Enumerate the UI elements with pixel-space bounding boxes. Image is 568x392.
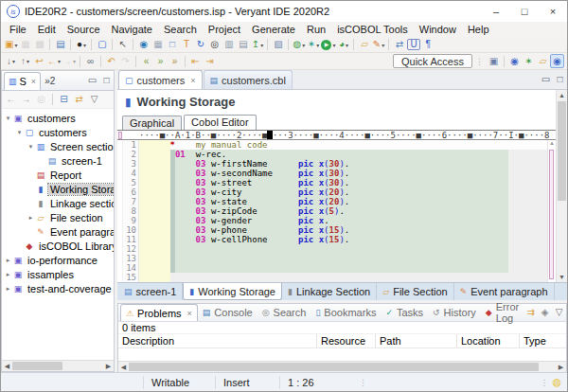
lightbulb-icon[interactable]: ◍ bbox=[552, 376, 567, 388]
panel-tab-tasks[interactable]: ✓Tasks bbox=[381, 304, 428, 321]
column-header-type[interactable]: Type bbox=[520, 334, 566, 347]
panel-tab-history[interactable]: ↺History bbox=[428, 304, 481, 321]
column-header-location[interactable]: Location^ bbox=[457, 334, 520, 347]
minimize-view-button[interactable]: ▭ bbox=[85, 74, 99, 88]
scroll-left-icon[interactable]: ◀ bbox=[2, 363, 12, 370]
code-line[interactable] bbox=[139, 254, 547, 263]
debug-perspective-button[interactable]: ✶ bbox=[522, 54, 536, 68]
code-line[interactable] bbox=[139, 273, 547, 282]
iscobol-perspective-button[interactable]: ◉ bbox=[507, 54, 522, 68]
menu-project[interactable]: Project bbox=[203, 24, 246, 35]
collapse-all-button[interactable]: ⊟ bbox=[57, 93, 71, 107]
next-annotation-button[interactable]: ↓▾ bbox=[4, 54, 18, 68]
dropdown-arrow-icon[interactable]: ▾ bbox=[27, 58, 29, 64]
minimize-view-button[interactable]: ▭ bbox=[539, 73, 553, 87]
iscobol-perspective-active-button[interactable]: ◉ bbox=[550, 54, 564, 68]
expand-arrow-icon[interactable]: ▸ bbox=[4, 285, 12, 293]
collapse-arrow-icon[interactable]: ▾ bbox=[15, 129, 24, 136]
undo-button[interactable]: ↶ bbox=[104, 54, 118, 68]
menu-run[interactable]: Run bbox=[301, 24, 331, 35]
last-position-button[interactable]: ⇥ bbox=[203, 54, 217, 68]
section-tab-file-section[interactable]: ▱File Section bbox=[377, 283, 453, 300]
format-brush-button[interactable]: ✎▾ bbox=[371, 38, 385, 52]
dropdown-arrow-icon[interactable]: ▾ bbox=[83, 42, 86, 48]
close-tab-icon[interactable]: × bbox=[190, 76, 195, 85]
user-profile-button[interactable]: ●▾ bbox=[74, 38, 88, 52]
filter-markers-button[interactable]: ⇉ bbox=[524, 306, 538, 320]
sync-file-button[interactable]: ⇄ bbox=[392, 38, 406, 52]
scroll-down-icon[interactable]: ▼ bbox=[557, 272, 567, 282]
quick-access-field[interactable]: Quick Access bbox=[393, 54, 472, 68]
collapse-arrow-icon[interactable]: ▾ bbox=[27, 143, 35, 151]
find-binoculars-button[interactable]: ◎ bbox=[207, 38, 222, 52]
editor-tab-customers-cbl[interactable]: ▤customers.cbl bbox=[204, 70, 293, 89]
show-whitespace-button[interactable]: ¶ bbox=[421, 38, 435, 52]
dropdown-arrow-icon[interactable]: ▾ bbox=[316, 42, 319, 48]
code-line[interactable]: 03 w-zipCode pic x(5). bbox=[139, 206, 547, 216]
new-wizard-button[interactable]: ▣▾ bbox=[4, 38, 18, 52]
refresh-button[interactable]: ↻ bbox=[193, 38, 207, 52]
scroll-up-icon[interactable]: ▲ bbox=[557, 90, 567, 100]
scroll-left-icon[interactable]: ◀ bbox=[118, 364, 129, 371]
code-line[interactable]: 03 w-firstName pic x(30). bbox=[139, 159, 547, 169]
tree-item-linkage-section[interactable]: ▮Linkage section bbox=[2, 196, 114, 210]
maximize-view-button[interactable]: □ bbox=[553, 73, 567, 87]
column-header-resource[interactable]: Resource bbox=[317, 334, 376, 347]
scrollbar-thumb[interactable] bbox=[12, 362, 62, 370]
menu-file[interactable]: File bbox=[4, 24, 32, 35]
coverage-button[interactable]: ◍▾ bbox=[292, 38, 306, 52]
section-tab-linkage-section[interactable]: ▮Linkage Section bbox=[282, 283, 377, 300]
code-line[interactable]: 03 w-cellPhone pic x(15). bbox=[139, 235, 547, 244]
section-tab-event-paragraph[interactable]: ✎Event paragraph bbox=[454, 283, 555, 300]
column-header-description[interactable]: Description bbox=[118, 334, 317, 347]
last-edit-location-button[interactable]: ↩ bbox=[32, 54, 46, 68]
scrollbar-thumb[interactable] bbox=[558, 101, 566, 201]
panel-frame-button[interactable]: □ bbox=[165, 38, 179, 52]
next-marker-button[interactable]: » bbox=[153, 54, 168, 68]
code-line[interactable]: 03 w-gender pic x. bbox=[139, 216, 547, 225]
panel-tab-console[interactable]: ▤Console bbox=[198, 304, 257, 321]
section-tab-working-storage[interactable]: ▮Working Storage bbox=[183, 283, 282, 300]
code-line[interactable]: 03 w-state pic x(20). bbox=[139, 197, 547, 206]
dropdown-arrow-icon[interactable]: ▾ bbox=[332, 42, 335, 48]
expand-arrow-icon[interactable]: ▸ bbox=[27, 214, 35, 222]
menu-iscobol-tools[interactable]: isCOBOL Tools bbox=[331, 24, 414, 35]
close-tab-icon[interactable]: × bbox=[187, 309, 192, 318]
code-line[interactable]: 03 w-street pic x(30). bbox=[139, 178, 547, 187]
code-line[interactable] bbox=[139, 244, 547, 254]
problems-view-menu-button[interactable]: ▽ bbox=[552, 306, 566, 320]
tree-item-event-paragraph[interactable]: ✎Event paragraph bbox=[2, 224, 114, 239]
scroll-right-icon[interactable]: ▶ bbox=[556, 364, 566, 371]
navigate-back-button[interactable]: ← bbox=[4, 93, 18, 107]
code-text-area[interactable]: * my manual code 01 w-rec. 03 w-firstNam… bbox=[139, 140, 547, 282]
mode-tab-graphical[interactable]: Graphical bbox=[122, 116, 182, 130]
mark-occurrences-button[interactable]: ∞ bbox=[83, 54, 98, 68]
generate-program-button[interactable]: ▤ bbox=[53, 38, 67, 52]
code-line[interactable]: 03 w-secondName pic x(30). bbox=[139, 169, 547, 178]
code-line[interactable]: 03 w-phone pic x(15). bbox=[139, 225, 547, 235]
code-line[interactable]: * my manual code bbox=[139, 140, 547, 150]
dropdown-arrow-icon[interactable]: ▾ bbox=[382, 42, 384, 48]
save-all-button[interactable]: ▩ bbox=[32, 38, 46, 52]
tree-item-working-storage[interactable]: ▮Working Storage bbox=[2, 182, 114, 196]
dropdown-arrow-icon[interactable]: ▾ bbox=[346, 42, 348, 48]
menu-edit[interactable]: Edit bbox=[32, 24, 62, 35]
back-history-button[interactable]: ←▾ bbox=[46, 54, 62, 68]
label-tool-button[interactable]: T bbox=[179, 38, 193, 52]
tree-item-customers[interactable]: ▾▢customers bbox=[2, 125, 114, 139]
menu-navigate[interactable]: Navigate bbox=[106, 24, 158, 35]
tree-item-test-and-coverage[interactable]: ▸▣test-and-coverage bbox=[2, 281, 114, 295]
dropdown-arrow-icon[interactable]: ▾ bbox=[73, 58, 76, 64]
menu-window[interactable]: Window bbox=[414, 24, 462, 35]
resource-perspective-button[interactable]: ▱ bbox=[536, 54, 550, 68]
grid-layout-button[interactable]: ▦ bbox=[151, 38, 165, 52]
run-button[interactable]: ▶▾ bbox=[320, 38, 336, 52]
component-keys-button[interactable]: ◉ bbox=[136, 38, 151, 52]
prev-annotation-button[interactable]: ↑▾ bbox=[18, 54, 32, 68]
tree-item-customers[interactable]: ▾▣customers bbox=[2, 111, 114, 125]
pointer-tool-button[interactable]: ↖ bbox=[115, 38, 130, 52]
group-markers-button[interactable]: ◈ bbox=[538, 306, 552, 320]
code-line[interactable]: 01 w-rec. bbox=[139, 150, 547, 159]
code-line[interactable] bbox=[139, 263, 547, 273]
editor-tab-customers[interactable]: ▢customers× bbox=[118, 70, 203, 89]
